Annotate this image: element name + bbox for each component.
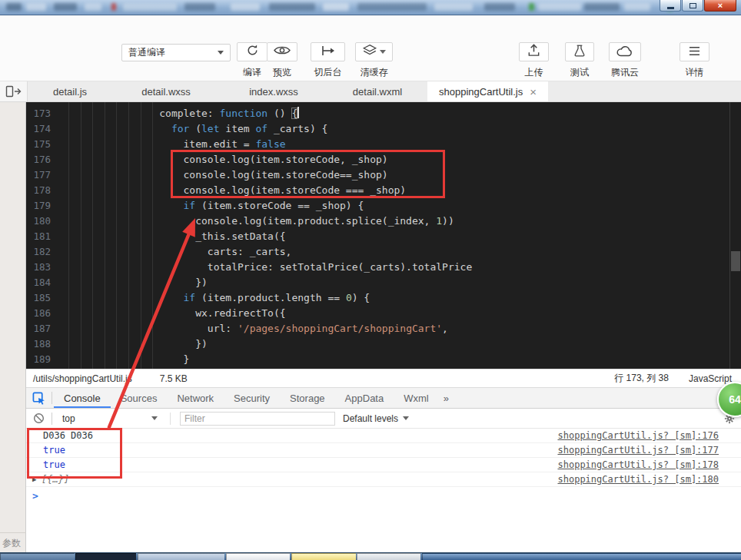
- devtools-tab-console[interactable]: Console: [54, 388, 111, 408]
- taskbar-item[interactable]: [138, 553, 224, 560]
- upload-button-box[interactable]: [519, 42, 549, 61]
- toolbar-button-details[interactable]: 详情: [680, 42, 709, 79]
- line-number[interactable]: 182: [26, 244, 51, 260]
- devtools-tab-sources[interactable]: Sources: [111, 388, 168, 408]
- toolbar-button-tencent-cloud[interactable]: 腾讯云: [609, 42, 641, 79]
- line-number[interactable]: 189: [26, 352, 51, 367]
- compile-mode-dropdown[interactable]: 普通编译: [121, 44, 231, 61]
- devtools-tab-network[interactable]: Network: [167, 388, 224, 408]
- toolbar-button-compile[interactable]: 编译: [237, 42, 267, 79]
- clear-console-icon: [33, 413, 45, 424]
- code-line[interactable]: 173 complete: function () {: [26, 106, 741, 121]
- clear-cache-button-box[interactable]: [355, 42, 393, 61]
- line-number[interactable]: 186: [26, 306, 51, 321]
- editor-tab-detail.js[interactable]: detail.js: [28, 81, 112, 101]
- devtools-tab-appdata[interactable]: AppData: [335, 388, 394, 408]
- code-editor[interactable]: 173 complete: function () {174 for (let …: [26, 102, 741, 369]
- window-controls: ×: [659, 0, 736, 12]
- maximize-button[interactable]: [682, 0, 703, 12]
- devtools-tab-security[interactable]: Security: [224, 388, 280, 408]
- editor-tab-label: detail.wxml: [353, 86, 402, 98]
- code-line[interactable]: 179 if (item.storeCode == _shop) {: [26, 198, 741, 214]
- background-button-box[interactable]: [311, 42, 345, 61]
- editor-scrollbar-thumb[interactable]: [731, 251, 740, 271]
- editor-tab-detail.wxss[interactable]: detail.wxss: [112, 81, 220, 101]
- close-button[interactable]: ×: [704, 0, 736, 12]
- line-number[interactable]: 183: [26, 260, 51, 275]
- editor-tab-shoppingCartUtil.js[interactable]: shoppingCartUtil.js×: [427, 81, 548, 101]
- line-number[interactable]: 178: [26, 183, 51, 198]
- tencent-cloud-button-box[interactable]: [609, 42, 641, 61]
- preview-button-box[interactable]: [267, 42, 297, 61]
- toolbar-button-test[interactable]: 测试: [565, 42, 594, 79]
- line-number[interactable]: 176: [26, 152, 51, 167]
- code-line[interactable]: 177 console.log(item.storeCode==_shop): [26, 167, 741, 183]
- code-line[interactable]: 180 console.log(item.product.splice(_ind…: [26, 214, 741, 229]
- toolbar-button-upload[interactable]: 上传: [519, 42, 549, 79]
- minimize-button[interactable]: [660, 0, 681, 12]
- code-line[interactable]: 187 url: '/pages/shoppingCart/shoppingCa…: [26, 321, 741, 336]
- code-line[interactable]: 182 carts: _carts,: [26, 244, 741, 260]
- console-source-link[interactable]: shoppingCartUtil.js? [sm]:180: [557, 474, 719, 485]
- line-number[interactable]: 174: [26, 121, 51, 137]
- line-number[interactable]: 173: [26, 106, 51, 121]
- code-text: console.log(item.storeCode, _shop): [63, 152, 388, 167]
- toolbar-button-clear-cache[interactable]: 清缓存: [355, 42, 393, 79]
- titlebar-blurred-item: [529, 3, 534, 11]
- line-number[interactable]: 179: [26, 198, 51, 214]
- test-button-box[interactable]: [565, 42, 594, 61]
- compile-button-box[interactable]: [237, 42, 267, 61]
- toolbar-button-label: 测试: [570, 66, 589, 79]
- more-tabs-button[interactable]: »: [439, 393, 454, 404]
- code-line[interactable]: 183 totalPrice: setTotalPrice(_carts).to…: [26, 260, 741, 275]
- code-line[interactable]: 176 console.log(item.storeCode, _shop): [26, 152, 741, 167]
- taskbar-item[interactable]: [0, 553, 75, 560]
- language-mode[interactable]: JavaScript: [689, 373, 732, 384]
- line-number[interactable]: 181: [26, 229, 51, 244]
- console-source-link[interactable]: shoppingCartUtil.js? [sm]:176: [557, 430, 719, 441]
- code-line[interactable]: 178 console.log(item.storeCode === _shop…: [26, 183, 741, 198]
- sidebar-toggle-button[interactable]: [0, 81, 28, 101]
- code-line[interactable]: 184 }): [26, 275, 741, 290]
- code-line[interactable]: 189 }: [26, 352, 741, 367]
- console-source-link[interactable]: shoppingCartUtil.js? [sm]:177: [557, 445, 719, 456]
- inspect-element-button[interactable]: [26, 392, 52, 405]
- toolbar-button-background[interactable]: 切后台: [311, 42, 345, 79]
- expand-triangle-icon[interactable]: ▶: [32, 476, 42, 483]
- console-prompt-row[interactable]: >: [26, 487, 741, 504]
- devtools-tab-storage[interactable]: Storage: [280, 388, 335, 408]
- line-number[interactable]: 175: [26, 137, 51, 152]
- clear-console-button[interactable]: [33, 413, 45, 424]
- log-levels-dropdown[interactable]: Default levels: [343, 413, 409, 424]
- taskbar-item[interactable]: [226, 553, 290, 560]
- line-number[interactable]: 188: [26, 336, 51, 352]
- editor-tab-index.wxss[interactable]: index.wxss: [220, 81, 327, 101]
- taskbar-item[interactable]: [75, 553, 136, 560]
- taskbar-item[interactable]: [357, 553, 420, 560]
- code-line[interactable]: 175 item.edit = false: [26, 137, 741, 152]
- taskbar-item[interactable]: [291, 553, 356, 560]
- console-filter-input[interactable]: [180, 412, 335, 426]
- code-line[interactable]: 188 }): [26, 336, 741, 352]
- windows-taskbar: [0, 552, 741, 560]
- close-tab-icon[interactable]: ×: [530, 86, 537, 98]
- toolbar-button-preview[interactable]: 预览: [267, 42, 297, 79]
- code-line[interactable]: 185 if (item.product.length == 0) {: [26, 290, 741, 306]
- devtools-tab-wxml[interactable]: Wxml: [394, 388, 439, 408]
- taskbar-item[interactable]: [422, 553, 741, 560]
- execution-context-dropdown[interactable]: top: [62, 413, 164, 424]
- console-source-link[interactable]: shoppingCartUtil.js? [sm]:178: [557, 459, 719, 470]
- details-button-box[interactable]: [680, 42, 709, 61]
- titlebar-blurred-item: [538, 3, 581, 11]
- titlebar-blurred-item: [357, 3, 427, 11]
- line-number[interactable]: 185: [26, 290, 51, 306]
- line-number[interactable]: 187: [26, 321, 51, 336]
- console-message-text: true: [43, 459, 65, 470]
- code-line[interactable]: 174 for (let item of _carts) {: [26, 121, 741, 137]
- line-number[interactable]: 177: [26, 167, 51, 183]
- code-line[interactable]: 186 wx.redirectTo({: [26, 306, 741, 321]
- line-number[interactable]: 184: [26, 275, 51, 290]
- code-line[interactable]: 181 _this.setData({: [26, 229, 741, 244]
- line-number[interactable]: 180: [26, 214, 51, 229]
- editor-tab-detail.wxml[interactable]: detail.wxml: [327, 81, 427, 101]
